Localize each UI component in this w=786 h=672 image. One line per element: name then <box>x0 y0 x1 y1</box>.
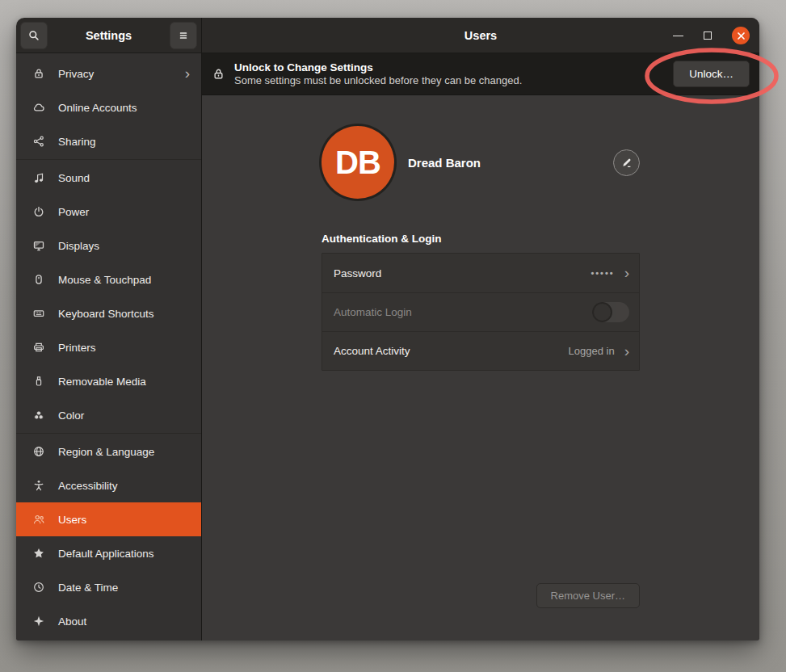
password-dots: ••••• <box>591 268 614 278</box>
search-button[interactable] <box>20 22 48 49</box>
chevron-right-icon: › <box>624 346 629 357</box>
settings-sidebar: Privacy › Online Accounts Sharing Sound … <box>16 53 201 640</box>
row-label: Automatic Login <box>334 306 412 318</box>
sidebar-item-label: Users <box>58 514 86 526</box>
auth-list: Password ••••• › Automatic Login Ac <box>322 253 640 371</box>
menu-button[interactable] <box>170 22 197 49</box>
sidebar-item-users[interactable]: Users <box>16 502 201 536</box>
sidebar-item-sharing[interactable]: Sharing <box>16 124 201 158</box>
user-column: DB Dread Baron Authentication & Login Pa… <box>322 126 640 371</box>
user-name: Dread Baron <box>408 156 481 170</box>
users-panel: DB Dread Baron Authentication & Login Pa… <box>202 95 759 640</box>
accessibility-person-icon <box>32 479 45 492</box>
lock-icon <box>32 67 45 80</box>
sidebar-item-accessibility[interactable]: Accessibility <box>16 468 201 502</box>
sidebar-item-label: Printers <box>58 342 96 354</box>
flash-drive-icon <box>32 375 45 388</box>
sidebar-item-label: Default Applications <box>58 548 154 560</box>
unlock-button[interactable]: Unlock… <box>673 61 750 87</box>
sparkle-icon <box>32 615 45 628</box>
keyboard-icon <box>32 307 45 320</box>
remove-user-button[interactable]: Remove User… <box>536 583 640 608</box>
account-activity-row[interactable]: Account Activity Logged in › <box>322 331 639 370</box>
sidebar-item-keyboard-shortcuts[interactable]: Keyboard Shortcuts <box>16 296 201 330</box>
main-pane: Users Unlock to Change Settings Some set… <box>202 18 759 640</box>
sidebar-item-color[interactable]: Color <box>16 398 201 432</box>
chevron-right-icon: › <box>185 67 190 80</box>
star-icon <box>32 547 45 560</box>
sidebar-item-label: Keyboard Shortcuts <box>58 308 154 320</box>
avatar: DB <box>322 126 394 199</box>
sidebar-item-region-language[interactable]: Region & Language <box>16 435 201 468</box>
printer-icon <box>32 341 45 354</box>
sidebar-item-label: Mouse & Touchpad <box>58 274 151 286</box>
minimize-button[interactable] <box>673 36 683 36</box>
edit-name-button[interactable] <box>613 149 640 176</box>
unlock-banner: Unlock to Change Settings Some settings … <box>202 53 759 95</box>
sidebar-item-default-applications[interactable]: Default Applications <box>16 536 201 570</box>
sidebar-item-label: About <box>58 615 86 628</box>
account-activity-value: Logged in <box>569 345 615 357</box>
music-notes-icon <box>32 171 45 184</box>
sidebar-item-privacy[interactable]: Privacy › <box>16 57 201 90</box>
sidebar-item-label: Color <box>58 410 84 422</box>
left-pane: Settings Privacy › Online Accounts Shari… <box>16 18 202 640</box>
pencil-icon <box>620 157 633 169</box>
close-icon <box>737 32 746 40</box>
sidebar-item-label: Displays <box>58 240 99 252</box>
sidebar-item-label: Sound <box>58 172 90 184</box>
display-icon <box>32 239 45 252</box>
color-circles-icon <box>32 409 45 422</box>
window-controls <box>673 18 750 53</box>
main-headerbar[interactable]: Users <box>202 18 759 53</box>
password-row[interactable]: Password ••••• › <box>322 254 639 292</box>
cloud-icon <box>32 101 45 114</box>
sidebar-item-label: Removable Media <box>58 376 146 388</box>
sidebar-item-label: Power <box>58 206 89 218</box>
automatic-login-row: Automatic Login <box>322 292 639 331</box>
search-icon <box>27 29 40 42</box>
user-row: DB Dread Baron <box>322 126 640 199</box>
row-accessories <box>592 302 629 322</box>
sidebar-item-displays[interactable]: Displays <box>16 229 201 262</box>
sidebar-item-removable-media[interactable]: Removable Media <box>16 364 201 398</box>
chevron-right-icon: › <box>624 267 629 279</box>
sidebar-item-mouse-touchpad[interactable]: Mouse & Touchpad <box>16 262 201 296</box>
power-icon <box>32 205 45 218</box>
page-title: Users <box>464 29 497 42</box>
sidebar-item-label: Date & Time <box>58 582 118 594</box>
settings-window: Settings Privacy › Online Accounts Shari… <box>16 18 759 640</box>
sidebar-item-label: Region & Language <box>58 446 154 458</box>
close-button[interactable] <box>732 27 750 44</box>
banner-subtitle: Some settings must be unlocked before th… <box>234 74 522 86</box>
sidebar-item-sound[interactable]: Sound <box>16 161 201 195</box>
globe-icon <box>32 445 45 458</box>
remove-user-row: Remove User… <box>322 583 640 608</box>
sidebar-item-label: Sharing <box>58 136 96 148</box>
share-nodes-icon <box>32 135 45 148</box>
row-accessories: ••••• › <box>591 267 629 279</box>
clock-icon <box>32 581 45 594</box>
sidebar-item-power[interactable]: Power <box>16 195 201 229</box>
sidebar-item-label: Online Accounts <box>58 102 137 114</box>
maximize-button[interactable] <box>704 32 712 40</box>
sidebar-item-date-time[interactable]: Date & Time <box>16 570 201 604</box>
automatic-login-toggle[interactable] <box>592 302 629 322</box>
lock-icon <box>212 67 225 81</box>
left-headerbar[interactable]: Settings <box>16 18 201 53</box>
row-label: Account Activity <box>334 345 410 357</box>
sidebar-item-label: Accessibility <box>58 480 118 492</box>
banner-text: Unlock to Change Settings Some settings … <box>234 61 522 86</box>
hamburger-menu-icon <box>177 29 190 42</box>
row-accessories: Logged in › <box>569 345 629 357</box>
auth-heading: Authentication & Login <box>322 233 640 245</box>
app-title: Settings <box>86 29 132 42</box>
banner-title: Unlock to Change Settings <box>234 61 522 74</box>
row-label: Password <box>334 267 381 279</box>
sidebar-item-label: Privacy <box>58 68 94 80</box>
sidebar-item-online-accounts[interactable]: Online Accounts <box>16 90 201 124</box>
sidebar-separator <box>16 433 201 434</box>
toggle-knob <box>592 302 612 322</box>
sidebar-item-about[interactable]: About <box>16 604 201 638</box>
sidebar-item-printers[interactable]: Printers <box>16 330 201 364</box>
